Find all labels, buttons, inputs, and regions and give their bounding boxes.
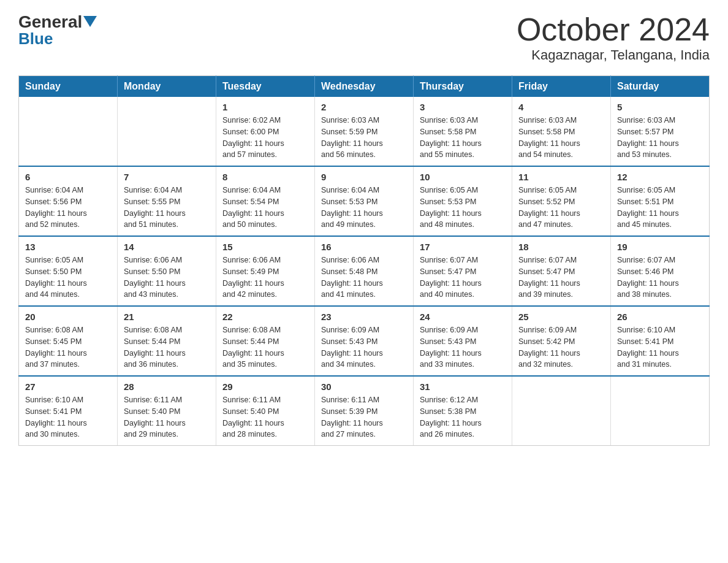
day-number: 4 [518,102,604,112]
day-info: Sunrise: 6:06 AM Sunset: 5:50 PM Dayligh… [124,255,210,301]
day-number: 28 [124,381,210,392]
day-number: 15 [222,242,308,252]
day-info: Sunrise: 6:12 AM Sunset: 5:38 PM Dayligh… [420,394,506,440]
day-info: Sunrise: 6:08 AM Sunset: 5:45 PM Dayligh… [25,324,111,370]
day-info: Sunrise: 6:11 AM Sunset: 5:40 PM Dayligh… [124,394,210,440]
calendar-cell: 24Sunrise: 6:09 AM Sunset: 5:43 PM Dayli… [414,306,512,376]
calendar-cell [611,376,710,446]
day-info: Sunrise: 6:11 AM Sunset: 5:39 PM Dayligh… [321,394,407,440]
day-number: 19 [617,242,703,252]
calendar-cell: 14Sunrise: 6:06 AM Sunset: 5:50 PM Dayli… [118,236,216,306]
day-number: 31 [420,381,506,392]
day-number: 27 [25,381,111,392]
day-number: 21 [124,312,210,322]
calendar-week-row: 20Sunrise: 6:08 AM Sunset: 5:45 PM Dayli… [19,306,710,376]
day-info: Sunrise: 6:09 AM Sunset: 5:42 PM Dayligh… [518,324,604,370]
day-info: Sunrise: 6:09 AM Sunset: 5:43 PM Dayligh… [321,324,407,370]
calendar-cell: 9Sunrise: 6:04 AM Sunset: 5:53 PM Daylig… [315,166,414,236]
day-number: 2 [321,102,407,112]
logo-triangle-icon [83,16,97,29]
calendar-cell: 31Sunrise: 6:12 AM Sunset: 5:38 PM Dayli… [414,376,512,446]
day-info: Sunrise: 6:05 AM Sunset: 5:50 PM Dayligh… [25,255,111,301]
calendar-cell: 1Sunrise: 6:02 AM Sunset: 6:00 PM Daylig… [216,97,315,166]
day-number: 8 [222,172,308,182]
calendar-table: SundayMondayTuesdayWednesdayThursdayFrid… [18,75,710,446]
day-number: 30 [321,381,407,392]
calendar-cell: 18Sunrise: 6:07 AM Sunset: 5:47 PM Dayli… [512,236,611,306]
day-number: 13 [25,242,111,252]
day-header-saturday: Saturday [611,76,710,98]
day-info: Sunrise: 6:10 AM Sunset: 5:41 PM Dayligh… [617,324,703,370]
calendar-cell: 28Sunrise: 6:11 AM Sunset: 5:40 PM Dayli… [118,376,216,446]
calendar-cell: 17Sunrise: 6:07 AM Sunset: 5:47 PM Dayli… [414,236,512,306]
calendar-cell: 6Sunrise: 6:04 AM Sunset: 5:56 PM Daylig… [19,166,118,236]
day-info: Sunrise: 6:07 AM Sunset: 5:46 PM Dayligh… [617,255,703,301]
day-number: 10 [420,172,506,182]
day-info: Sunrise: 6:07 AM Sunset: 5:47 PM Dayligh… [518,255,604,301]
calendar-cell: 20Sunrise: 6:08 AM Sunset: 5:45 PM Dayli… [19,306,118,376]
day-info: Sunrise: 6:05 AM Sunset: 5:52 PM Dayligh… [518,185,604,231]
day-number: 23 [321,312,407,322]
title-area: October 2024 Kagaznagar, Telangana, Indi… [517,12,710,63]
day-number: 22 [222,312,308,322]
day-info: Sunrise: 6:11 AM Sunset: 5:40 PM Dayligh… [222,394,308,440]
day-info: Sunrise: 6:07 AM Sunset: 5:47 PM Dayligh… [420,255,506,301]
day-header-friday: Friday [512,76,611,98]
day-info: Sunrise: 6:04 AM Sunset: 5:53 PM Dayligh… [321,185,407,231]
calendar-cell [512,376,611,446]
month-title: October 2024 [517,12,710,47]
calendar-cell: 27Sunrise: 6:10 AM Sunset: 5:41 PM Dayli… [19,376,118,446]
day-number: 6 [25,172,111,182]
day-info: Sunrise: 6:10 AM Sunset: 5:41 PM Dayligh… [25,394,111,440]
calendar-cell: 12Sunrise: 6:05 AM Sunset: 5:51 PM Dayli… [611,166,710,236]
day-number: 24 [420,312,506,322]
day-info: Sunrise: 6:09 AM Sunset: 5:43 PM Dayligh… [420,324,506,370]
calendar-cell: 16Sunrise: 6:06 AM Sunset: 5:48 PM Dayli… [315,236,414,306]
calendar-cell: 21Sunrise: 6:08 AM Sunset: 5:44 PM Dayli… [118,306,216,376]
day-info: Sunrise: 6:06 AM Sunset: 5:48 PM Dayligh… [321,255,407,301]
logo-text-blue: Blue [18,29,53,48]
day-info: Sunrise: 6:03 AM Sunset: 5:59 PM Dayligh… [321,115,407,161]
day-number: 20 [25,312,111,322]
day-info: Sunrise: 6:05 AM Sunset: 5:53 PM Dayligh… [420,185,506,231]
calendar-cell: 29Sunrise: 6:11 AM Sunset: 5:40 PM Dayli… [216,376,315,446]
day-info: Sunrise: 6:08 AM Sunset: 5:44 PM Dayligh… [222,324,308,370]
day-info: Sunrise: 6:04 AM Sunset: 5:56 PM Dayligh… [25,185,111,231]
calendar-cell: 13Sunrise: 6:05 AM Sunset: 5:50 PM Dayli… [19,236,118,306]
calendar-cell: 4Sunrise: 6:03 AM Sunset: 5:58 PM Daylig… [512,97,611,166]
calendar-cell: 11Sunrise: 6:05 AM Sunset: 5:52 PM Dayli… [512,166,611,236]
calendar-cell: 2Sunrise: 6:03 AM Sunset: 5:59 PM Daylig… [315,97,414,166]
day-number: 26 [617,312,703,322]
calendar-cell: 7Sunrise: 6:04 AM Sunset: 5:55 PM Daylig… [118,166,216,236]
calendar-week-row: 13Sunrise: 6:05 AM Sunset: 5:50 PM Dayli… [19,236,710,306]
day-info: Sunrise: 6:03 AM Sunset: 5:58 PM Dayligh… [518,115,604,161]
calendar-cell: 5Sunrise: 6:03 AM Sunset: 5:57 PM Daylig… [611,97,710,166]
day-info: Sunrise: 6:03 AM Sunset: 5:57 PM Dayligh… [617,115,703,161]
day-info: Sunrise: 6:02 AM Sunset: 6:00 PM Dayligh… [222,115,308,161]
svg-marker-0 [83,16,97,27]
day-number: 29 [222,381,308,392]
day-number: 14 [124,242,210,252]
day-header-monday: Monday [118,76,216,98]
day-number: 7 [124,172,210,182]
calendar-cell [118,97,216,166]
day-info: Sunrise: 6:04 AM Sunset: 5:55 PM Dayligh… [124,185,210,231]
day-number: 16 [321,242,407,252]
calendar-week-row: 27Sunrise: 6:10 AM Sunset: 5:41 PM Dayli… [19,376,710,446]
calendar-cell: 19Sunrise: 6:07 AM Sunset: 5:46 PM Dayli… [611,236,710,306]
day-header-thursday: Thursday [414,76,512,98]
day-number: 5 [617,102,703,112]
calendar-cell: 26Sunrise: 6:10 AM Sunset: 5:41 PM Dayli… [611,306,710,376]
day-number: 1 [222,102,308,112]
logo: General Blue [18,12,97,48]
calendar-cell: 25Sunrise: 6:09 AM Sunset: 5:42 PM Dayli… [512,306,611,376]
day-number: 25 [518,312,604,322]
day-number: 12 [617,172,703,182]
day-header-wednesday: Wednesday [315,76,414,98]
location-title: Kagaznagar, Telangana, India [517,47,710,63]
day-info: Sunrise: 6:03 AM Sunset: 5:58 PM Dayligh… [420,115,506,161]
calendar-header-row: SundayMondayTuesdayWednesdayThursdayFrid… [19,76,710,98]
calendar-cell: 23Sunrise: 6:09 AM Sunset: 5:43 PM Dayli… [315,306,414,376]
calendar-cell: 8Sunrise: 6:04 AM Sunset: 5:54 PM Daylig… [216,166,315,236]
day-header-sunday: Sunday [19,76,118,98]
